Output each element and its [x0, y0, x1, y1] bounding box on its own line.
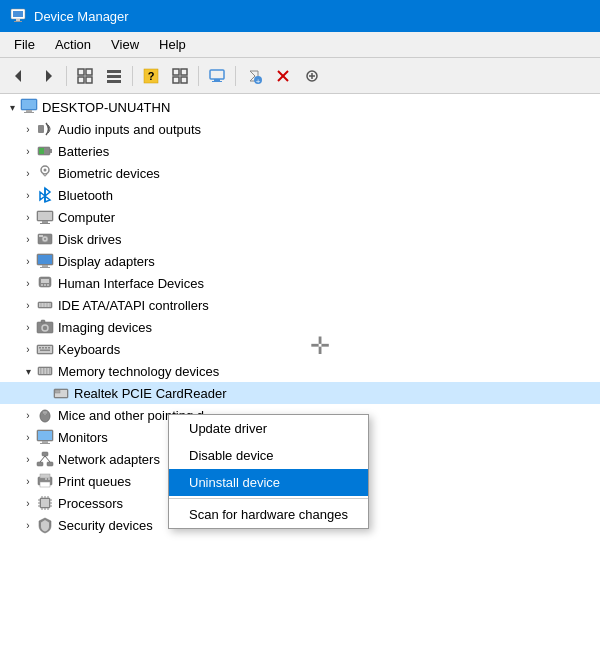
disk-expand[interactable]: ›: [20, 231, 36, 247]
svg-point-101: [45, 478, 47, 480]
menu-file[interactable]: File: [4, 34, 45, 55]
svg-rect-77: [43, 368, 45, 374]
menu-bar: File Action View Help: [0, 32, 600, 58]
svg-rect-99: [40, 482, 50, 487]
toolbar-monitor-button[interactable]: [204, 63, 230, 89]
toolbar-grid3-button[interactable]: [167, 63, 193, 89]
root-label: DESKTOP-UNU4THN: [42, 100, 170, 115]
tree-display[interactable]: › Display adapters: [0, 250, 600, 272]
memory-label: Memory technology devices: [58, 364, 219, 379]
memory-icon: [36, 362, 54, 380]
root-expand-icon[interactable]: ▾: [4, 99, 20, 115]
svg-rect-94: [47, 462, 53, 466]
svg-rect-33: [38, 125, 44, 133]
display-label: Display adapters: [58, 254, 155, 269]
svg-rect-70: [42, 347, 44, 349]
toolbar-grid1-button[interactable]: [72, 63, 98, 89]
batteries-expand[interactable]: ›: [20, 143, 36, 159]
svg-rect-98: [40, 474, 50, 478]
menu-view[interactable]: View: [101, 34, 149, 55]
context-menu-uninstall[interactable]: Uninstall device: [169, 469, 368, 496]
toolbar-grid2-button[interactable]: [101, 63, 127, 89]
toolbar: ? +: [0, 58, 600, 94]
svg-point-55: [41, 284, 43, 286]
hid-expand[interactable]: ›: [20, 275, 36, 291]
tree-realtek[interactable]: Realtek PCIE CardReader: [0, 382, 600, 404]
cpu-icon: [36, 494, 54, 512]
svg-line-96: [45, 456, 50, 462]
tree-ide[interactable]: › IDE ATA/ATAPI controllers: [0, 294, 600, 316]
card-icon: [52, 384, 70, 402]
security-expand[interactable]: ›: [20, 517, 36, 533]
svg-rect-17: [173, 77, 179, 83]
hid-icon: [36, 274, 54, 292]
svg-rect-20: [214, 79, 220, 81]
keyboards-expand[interactable]: ›: [20, 341, 36, 357]
context-menu-disable[interactable]: Disable device: [169, 442, 368, 469]
tree-computer[interactable]: › Computer: [0, 206, 600, 228]
svg-rect-8: [78, 77, 84, 83]
tree-biometric[interactable]: › Biometric devices: [0, 162, 600, 184]
svg-rect-43: [42, 221, 48, 223]
tree-disk[interactable]: › Disk drives: [0, 228, 600, 250]
toolbar-add-button[interactable]: +: [241, 63, 267, 89]
svg-rect-89: [38, 431, 52, 440]
batteries-icon: [36, 142, 54, 160]
svg-rect-71: [45, 347, 47, 349]
svg-marker-4: [15, 70, 21, 82]
hid-label: Human Interface Devices: [58, 276, 204, 291]
svg-rect-36: [39, 148, 44, 154]
display-expand[interactable]: ›: [20, 253, 36, 269]
processors-expand[interactable]: ›: [20, 495, 36, 511]
tree-hid[interactable]: › Human Interface Devices: [0, 272, 600, 294]
ide-label: IDE ATA/ATAPI controllers: [58, 298, 209, 313]
toolbar-remove-button[interactable]: [270, 63, 296, 89]
tree-keyboards[interactable]: › Keyboards: [0, 338, 600, 360]
ide-expand[interactable]: ›: [20, 297, 36, 313]
menu-action[interactable]: Action: [45, 34, 101, 55]
monitors-expand[interactable]: ›: [20, 429, 36, 445]
context-menu-update[interactable]: Update driver: [169, 415, 368, 442]
audio-icon: [36, 120, 54, 138]
tree-batteries[interactable]: › Batteries: [0, 140, 600, 162]
bluetooth-label: Bluetooth: [58, 188, 113, 203]
mice-expand[interactable]: ›: [20, 407, 36, 423]
back-button[interactable]: [6, 63, 32, 89]
tree-bluetooth[interactable]: › Bluetooth: [0, 184, 600, 206]
print-label: Print queues: [58, 474, 131, 489]
monitors-label: Monitors: [58, 430, 108, 445]
biometric-icon: [36, 164, 54, 182]
network-expand[interactable]: ›: [20, 451, 36, 467]
forward-button[interactable]: [35, 63, 61, 89]
svg-rect-79: [49, 368, 51, 374]
svg-rect-7: [86, 69, 92, 75]
monitors-icon: [36, 428, 54, 446]
menu-help[interactable]: Help: [149, 34, 196, 55]
context-menu-scan[interactable]: Scan for hardware changes: [169, 501, 368, 528]
toolbar-refresh-button[interactable]: [299, 63, 325, 89]
svg-marker-5: [46, 70, 52, 82]
network-label: Network adapters: [58, 452, 160, 467]
tree-audio[interactable]: › Audio inputs and outputs: [0, 118, 600, 140]
imaging-expand[interactable]: ›: [20, 319, 36, 335]
memory-expand[interactable]: ▾: [20, 363, 36, 379]
audio-expand[interactable]: ›: [20, 121, 36, 137]
print-expand[interactable]: ›: [20, 473, 36, 489]
toolbar-help-button[interactable]: ?: [138, 63, 164, 89]
svg-rect-30: [22, 100, 36, 109]
tree-memory[interactable]: ▾ Memory technology devices: [0, 360, 600, 382]
security-icon: [36, 516, 54, 534]
print-icon: [36, 472, 54, 490]
bluetooth-expand[interactable]: ›: [20, 187, 36, 203]
computer-expand[interactable]: ›: [20, 209, 36, 225]
svg-rect-91: [40, 443, 50, 444]
svg-rect-19: [210, 70, 224, 79]
tree-imaging[interactable]: › Imaging devices: [0, 316, 600, 338]
biometric-expand[interactable]: ›: [20, 165, 36, 181]
svg-rect-9: [86, 77, 92, 83]
network-icon: [36, 450, 54, 468]
title-bar: Device Manager: [0, 0, 600, 32]
tree-root[interactable]: ▾ DESKTOP-UNU4THN: [0, 96, 600, 118]
computer-tree-icon: [36, 208, 54, 226]
realtek-expand: [36, 385, 52, 401]
